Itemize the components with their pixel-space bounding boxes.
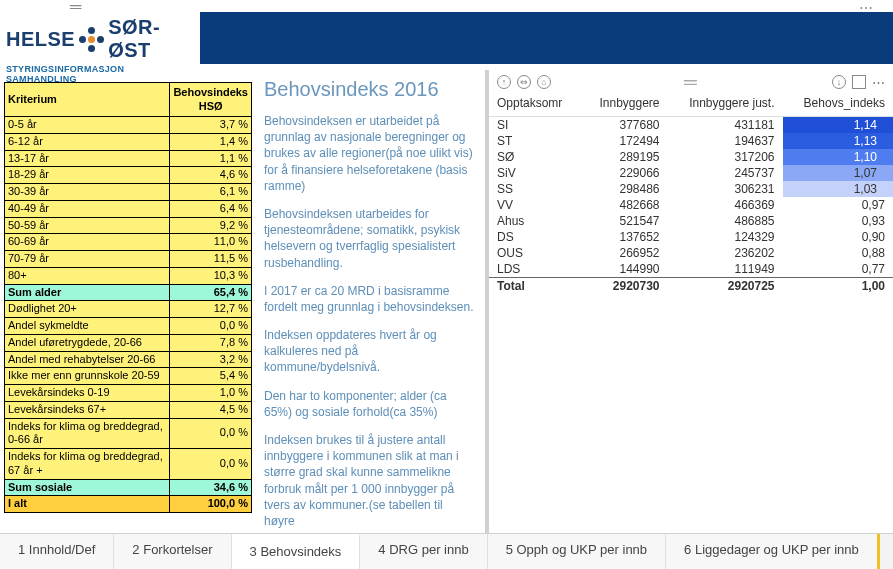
desc-p2: Behovsindeksen utarbeides for tjenesteom… [264, 206, 475, 271]
criteria-val: 1,1 % [170, 150, 252, 167]
cell-idx: 1,14 [783, 117, 893, 134]
cell-innb: 172494 [581, 133, 667, 149]
col-just[interactable]: Innbyggere just. [668, 92, 783, 117]
pane-more-icon[interactable]: ⋯ [872, 75, 885, 90]
table-row[interactable]: DS1376521243290,90 [489, 229, 893, 245]
col-idx[interactable]: Behovs_indeks [783, 92, 893, 117]
focus-icon[interactable] [852, 75, 866, 89]
table-row[interactable]: OUS2669522362020,88 [489, 245, 893, 261]
criteria-val: 6,4 % [170, 200, 252, 217]
col-opptak[interactable]: Opptaksomr [489, 92, 581, 117]
cell-just: 245737 [668, 165, 783, 181]
logo-dots-icon [79, 27, 104, 52]
home-icon[interactable]: ⌂ [537, 75, 551, 89]
criteria-val: 3,2 % [170, 351, 252, 368]
table-row[interactable]: SØ2891953172061,10 [489, 149, 893, 165]
criteria-val: 5,4 % [170, 368, 252, 385]
page-title: Behovsindeks 2016 [264, 76, 475, 103]
criteria-label: 40-49 år [5, 200, 170, 217]
cell-idx: 1,10 [783, 149, 893, 165]
cell-opptak: VV [489, 197, 581, 213]
criteria-val: 10,3 % [170, 267, 252, 284]
col-kriterium: Kriterium [5, 83, 170, 117]
description-panel: Behovsindeks 2016 Behovsindeksen er utar… [260, 70, 485, 533]
cell-opptak: ST [489, 133, 581, 149]
criteria-val: 9,2 % [170, 217, 252, 234]
criteria-label: 50-59 år [5, 217, 170, 234]
sum-alder-label: Sum alder [5, 284, 170, 301]
tab-1-innhold/def[interactable]: 1 Innhold/Def [0, 534, 114, 569]
total-idx: 1,00 [783, 278, 893, 295]
criteria-val: 4,5 % [170, 401, 252, 418]
up-arrow-icon[interactable]: ↑ [497, 75, 511, 89]
criteria-label: Dødlighet 20+ [5, 301, 170, 318]
cell-opptak: SS [489, 181, 581, 197]
more-icon[interactable]: ⋯ [859, 0, 873, 12]
total-innb: 2920730 [581, 278, 667, 295]
criteria-label: Indeks for klima og breddegrad, 0-66 år [5, 418, 170, 449]
table-row[interactable]: ST1724941946371,13 [489, 133, 893, 149]
criteria-val: 6,1 % [170, 184, 252, 201]
criteria-val: 1,0 % [170, 385, 252, 402]
cell-just: 124329 [668, 229, 783, 245]
desc-p1: Behovsindeksen er utarbeidet på grunnlag… [264, 113, 475, 194]
brand-left: HELSE [6, 28, 75, 51]
pane-drag-handle-icon[interactable]: ═ [684, 72, 699, 93]
cell-opptak: SI [489, 117, 581, 134]
criteria-val: 0,0 % [170, 418, 252, 449]
sheet-tabs: 1 Innhold/Def2 Forkortelser3 Behovsindek… [0, 533, 893, 569]
tab-5-opph-og-ukp-per-innb[interactable]: 5 Opph og UKP per innb [488, 534, 666, 569]
sum-sosiale-val: 34,6 % [170, 479, 252, 496]
link-icon[interactable]: ⇔ [517, 75, 531, 89]
table-row[interactable]: Ahus5215474868850,93 [489, 213, 893, 229]
table-row[interactable]: SiV2290662457371,07 [489, 165, 893, 181]
total-label: Total [489, 278, 581, 295]
cell-innb: 137652 [581, 229, 667, 245]
cell-idx: 1,07 [783, 165, 893, 181]
tab-2-forkortelser[interactable]: 2 Forkortelser [114, 534, 231, 569]
tab-4-drg-per-innb[interactable]: 4 DRG per innb [360, 534, 487, 569]
cell-innb: 482668 [581, 197, 667, 213]
criteria-label: 13-17 år [5, 150, 170, 167]
col-innbyggere[interactable]: Innbyggere [581, 92, 667, 117]
tab-6-liggedager-og-ukp-per-innb[interactable]: 6 Liggedager og UKP per innb [666, 534, 880, 569]
data-table[interactable]: Opptaksomr Innbyggere Innbyggere just. B… [489, 92, 893, 294]
desc-p4: Indeksen oppdateres hvert år og kalkuler… [264, 327, 475, 376]
table-row[interactable]: VV4826684663690,97 [489, 197, 893, 213]
table-row[interactable]: SS2984863062311,03 [489, 181, 893, 197]
cell-idx: 1,03 [783, 181, 893, 197]
criteria-label: 70-79 år [5, 251, 170, 268]
cell-innb: 229066 [581, 165, 667, 181]
criteria-label: Andel med rehabytelser 20-66 [5, 351, 170, 368]
desc-p5: Den har to komponenter; alder (ca 65%) o… [264, 388, 475, 420]
criteria-val: 12,7 % [170, 301, 252, 318]
criteria-label: 6-12 år [5, 133, 170, 150]
criteria-val: 1,4 % [170, 133, 252, 150]
cell-idx: 0,93 [783, 213, 893, 229]
criteria-val: 0,0 % [170, 449, 252, 480]
cell-opptak: SiV [489, 165, 581, 181]
cell-idx: 0,97 [783, 197, 893, 213]
criteria-val: 0,0 % [170, 318, 252, 335]
cell-idx: 1,13 [783, 133, 893, 149]
sum-alder-val: 65,4 % [170, 284, 252, 301]
download-icon[interactable]: ↓ [832, 75, 846, 89]
criteria-label: Andel uføretrygdede, 20-66 [5, 334, 170, 351]
criteria-label: 60-69 år [5, 234, 170, 251]
criteria-label: 0-5 år [5, 117, 170, 134]
cell-just: 486885 [668, 213, 783, 229]
desc-p6: Indeksen brukes til å justere antall inn… [264, 432, 475, 529]
cell-just: 466369 [668, 197, 783, 213]
ialt-label: I alt [5, 496, 170, 513]
cell-opptak: LDS [489, 261, 581, 278]
table-row[interactable]: LDS1449901119490,77 [489, 261, 893, 278]
total-just: 2920725 [668, 278, 783, 295]
cell-innb: 377680 [581, 117, 667, 134]
cell-just: 111949 [668, 261, 783, 278]
cell-opptak: SØ [489, 149, 581, 165]
cell-idx: 0,77 [783, 261, 893, 278]
cell-opptak: OUS [489, 245, 581, 261]
tab-3-behovsindeks[interactable]: 3 Behovsindeks [232, 534, 361, 569]
cell-just: 236202 [668, 245, 783, 261]
table-row[interactable]: SI3776804311811,14 [489, 117, 893, 134]
